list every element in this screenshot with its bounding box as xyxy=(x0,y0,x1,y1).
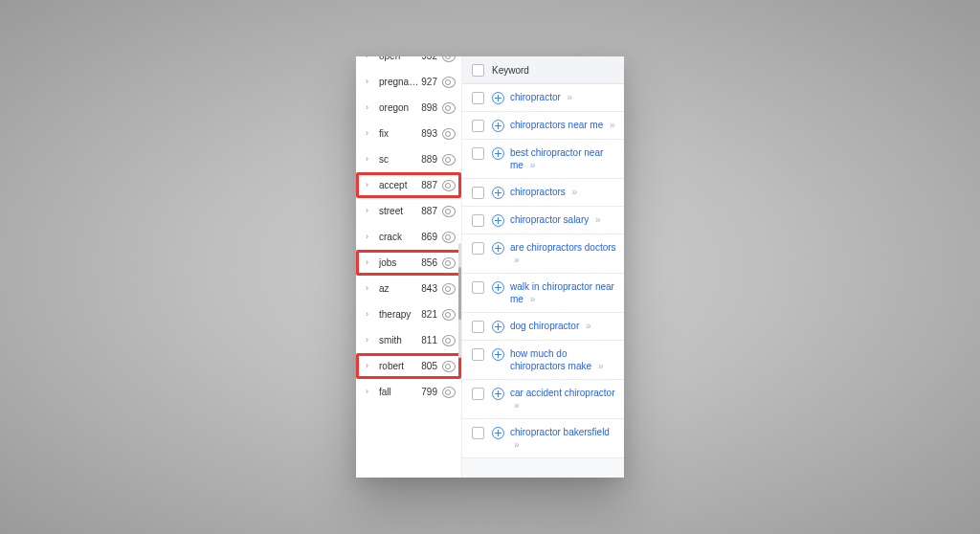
keyword-row[interactable]: chiropractors » xyxy=(462,179,624,207)
term-row[interactable]: ›accept887 xyxy=(356,172,461,198)
keyword-header-label: Keyword xyxy=(492,65,529,76)
add-icon[interactable] xyxy=(492,147,504,160)
term-row[interactable]: ›sc889 xyxy=(356,146,461,172)
chevron-double-right-icon: » xyxy=(530,160,536,170)
term-count: 887 xyxy=(421,206,437,216)
keyword-row[interactable]: are chiropractors doctors » xyxy=(462,234,624,274)
add-icon[interactable] xyxy=(492,214,504,227)
term-row[interactable]: ›fix893 xyxy=(356,121,461,146)
eye-icon[interactable] xyxy=(442,361,456,372)
keyword-checkbox[interactable] xyxy=(472,388,484,400)
term-row[interactable]: ›fall799 xyxy=(356,379,461,405)
eye-icon[interactable] xyxy=(442,309,456,321)
add-icon[interactable] xyxy=(492,321,504,333)
keyword-row[interactable]: car accident chiropractor » xyxy=(462,380,624,419)
add-icon[interactable] xyxy=(492,281,504,294)
term-count: 898 xyxy=(421,102,437,113)
keyword-row[interactable]: best chiropractor near me » xyxy=(462,140,624,179)
term-row[interactable]: ›pregnancy927 xyxy=(356,69,461,95)
term-label: crack xyxy=(379,232,421,242)
chevron-double-right-icon: » xyxy=(514,439,520,450)
eye-icon[interactable] xyxy=(442,206,456,217)
keyword-checkbox[interactable] xyxy=(472,348,484,361)
keyword-label: best chiropractor near me xyxy=(510,147,603,170)
term-row[interactable]: ›smith811 xyxy=(356,327,461,353)
add-icon[interactable] xyxy=(492,120,504,132)
keyword-checkbox[interactable] xyxy=(472,242,484,255)
keyword-checkbox[interactable] xyxy=(472,187,484,199)
term-count: 856 xyxy=(421,257,437,268)
eye-icon[interactable] xyxy=(442,283,456,295)
chevron-right-icon: › xyxy=(366,336,373,345)
eye-icon[interactable] xyxy=(442,180,456,191)
chevron-right-icon: › xyxy=(366,233,373,241)
term-row[interactable]: ›therapy821 xyxy=(356,301,461,327)
term-label: jobs xyxy=(379,257,421,268)
keyword-link[interactable]: walk in chiropractor near me » xyxy=(510,280,616,305)
scrollbar-thumb[interactable] xyxy=(458,267,461,320)
eye-icon[interactable] xyxy=(442,232,456,243)
keyword-checkbox[interactable] xyxy=(472,120,484,132)
keyword-link[interactable]: chiropractors » xyxy=(510,186,616,198)
keyword-label: chiropractor xyxy=(510,92,561,102)
chevron-double-right-icon: » xyxy=(514,255,520,265)
eye-icon[interactable] xyxy=(442,102,456,114)
keyword-link[interactable]: dog chiropractor » xyxy=(510,320,616,332)
term-row[interactable]: ›open932 xyxy=(356,56,461,69)
term-label: therapy xyxy=(379,309,421,320)
add-icon[interactable] xyxy=(492,92,504,104)
chevron-right-icon: › xyxy=(366,78,373,86)
eye-icon[interactable] xyxy=(442,77,456,88)
keyword-checkbox[interactable] xyxy=(472,281,484,294)
term-count: 869 xyxy=(421,232,437,242)
term-row[interactable]: ›robert805 xyxy=(356,353,461,379)
select-all-checkbox[interactable] xyxy=(472,64,484,77)
add-icon[interactable] xyxy=(492,242,504,255)
add-icon[interactable] xyxy=(492,348,504,361)
keyword-checkbox[interactable] xyxy=(472,214,484,227)
chevron-double-right-icon: » xyxy=(530,294,536,304)
add-icon[interactable] xyxy=(492,187,504,199)
keyword-row[interactable]: chiropractor bakersfield » xyxy=(462,419,624,458)
eye-icon[interactable] xyxy=(442,387,456,398)
keyword-row[interactable]: dog chiropractor » xyxy=(462,313,624,341)
eye-icon[interactable] xyxy=(442,257,456,269)
add-icon[interactable] xyxy=(492,427,504,439)
term-label: open xyxy=(379,56,421,61)
keyword-checkbox[interactable] xyxy=(472,427,484,439)
eye-icon[interactable] xyxy=(442,335,456,346)
term-label: sc xyxy=(379,154,421,165)
term-count: 843 xyxy=(421,283,437,294)
keyword-checkbox[interactable] xyxy=(472,321,484,333)
keyword-row[interactable]: how much do chiropractors make » xyxy=(462,341,624,380)
keyword-link[interactable]: car accident chiropractor » xyxy=(510,387,616,412)
term-row[interactable]: ›street887 xyxy=(356,198,461,224)
term-row[interactable]: ›jobs856 xyxy=(356,250,461,276)
keyword-label: walk in chiropractor near me xyxy=(510,281,614,304)
keyword-link[interactable]: chiropractor bakersfield » xyxy=(510,426,616,451)
term-row[interactable]: ›oregon898 xyxy=(356,95,461,121)
keyword-link[interactable]: how much do chiropractors make » xyxy=(510,347,616,372)
term-label: oregon xyxy=(379,102,421,113)
term-row[interactable]: ›crack869 xyxy=(356,224,461,250)
keyword-label: dog chiropractor xyxy=(510,321,579,331)
eye-icon[interactable] xyxy=(442,56,456,62)
keyword-checkbox[interactable] xyxy=(472,147,484,160)
add-icon[interactable] xyxy=(492,388,504,400)
keyword-row[interactable]: walk in chiropractor near me » xyxy=(462,274,624,313)
chevron-double-right-icon: » xyxy=(598,361,604,371)
keyword-row[interactable]: chiropractor » xyxy=(462,84,624,112)
keyword-link[interactable]: chiropractor » xyxy=(510,91,616,103)
keyword-checkbox[interactable] xyxy=(472,92,484,104)
term-sidebar: ›open932›pregnancy927›oregon898›fix893›s… xyxy=(356,56,462,478)
eye-icon[interactable] xyxy=(442,128,456,140)
keyword-row[interactable]: chiropractors near me » xyxy=(462,112,624,140)
keyword-link[interactable]: chiropractor salary » xyxy=(510,213,616,226)
keyword-label: car accident chiropractor xyxy=(510,388,615,398)
keyword-link[interactable]: chiropractors near me » xyxy=(510,119,616,131)
term-row[interactable]: ›az843 xyxy=(356,276,461,301)
keyword-link[interactable]: are chiropractors doctors » xyxy=(510,241,616,266)
eye-icon[interactable] xyxy=(442,154,456,166)
keyword-link[interactable]: best chiropractor near me » xyxy=(510,146,616,171)
keyword-row[interactable]: chiropractor salary » xyxy=(462,207,624,234)
